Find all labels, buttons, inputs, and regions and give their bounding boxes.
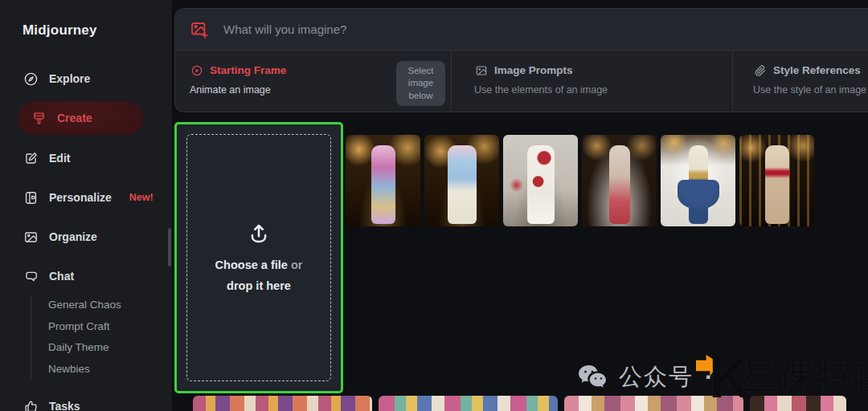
sidebar-item-personalize[interactable]: Personalize New! bbox=[23, 189, 154, 206]
tab-title: Image Prompts bbox=[494, 64, 573, 76]
scrollbar-thumb[interactable] bbox=[168, 228, 171, 267]
chat-channel-daily-theme[interactable]: Daily Theme bbox=[48, 341, 109, 353]
wechat-icon bbox=[577, 364, 609, 391]
wechat-official-account-label: 公众号 bbox=[619, 361, 694, 393]
sidebar-item-chat[interactable]: Chat bbox=[23, 268, 74, 284]
runway-thumbnail-5[interactable] bbox=[661, 135, 735, 226]
sidebar-item-tasks[interactable]: Tasks bbox=[23, 398, 80, 411]
add-image-icon[interactable] bbox=[190, 20, 209, 39]
runway-thumbnail-3[interactable] bbox=[503, 135, 578, 226]
new-badge: New! bbox=[129, 192, 154, 203]
sidebar-item-label: Chat bbox=[49, 270, 74, 283]
brush-icon bbox=[31, 110, 47, 126]
midjourney-app: Midjourney Explore Create Edit Personali… bbox=[0, 0, 868, 411]
sidebar-item-create[interactable]: Create bbox=[18, 101, 143, 135]
chat-channels-rail bbox=[31, 295, 31, 379]
runway-thumbnail-cropped[interactable] bbox=[193, 396, 372, 411]
compass-icon bbox=[23, 71, 39, 87]
watermark-overlay: 公众号 · K 星课特辑 bbox=[577, 350, 868, 411]
chat-channel-general-chaos[interactable]: General Chaos bbox=[48, 299, 121, 311]
edit-icon bbox=[23, 150, 39, 166]
runway-thumbnail-cropped[interactable] bbox=[379, 396, 558, 411]
watermark-text: 星课特辑 bbox=[742, 352, 868, 400]
sidebar-item-label: Tasks bbox=[49, 400, 80, 411]
chat-channel-prompt-craft[interactable]: Prompt Craft bbox=[48, 320, 110, 332]
tool-tabs: Starting Frame Animate an image Select i… bbox=[175, 51, 868, 112]
select-image-below-button[interactable]: Select image below bbox=[396, 61, 445, 106]
runway-thumbnail-6[interactable] bbox=[739, 135, 814, 226]
photo-icon bbox=[23, 229, 39, 245]
personalize-icon bbox=[23, 189, 39, 206]
or-label: or bbox=[288, 258, 303, 271]
image-icon bbox=[474, 63, 488, 77]
sidebar-item-label: Personalize bbox=[49, 191, 112, 204]
model-figure bbox=[689, 145, 708, 224]
upload-icon bbox=[247, 222, 271, 246]
runway-thumbnail-2[interactable] bbox=[424, 135, 499, 226]
model-figure bbox=[371, 145, 395, 224]
sidebar-item-explore[interactable]: Explore bbox=[23, 71, 90, 87]
record-play-icon bbox=[190, 63, 203, 77]
model-figure bbox=[448, 145, 477, 224]
sidebar-item-label: Create bbox=[57, 112, 92, 124]
prompt-input[interactable] bbox=[222, 22, 868, 37]
sidebar-item-label: Edit bbox=[49, 152, 70, 165]
tab-title: Starting Frame bbox=[210, 64, 286, 76]
runway-thumbnail-1[interactable] bbox=[346, 135, 420, 226]
tab-starting-frame[interactable]: Starting Frame Animate an image Select i… bbox=[175, 51, 451, 112]
choose-file-label: Choose a file bbox=[215, 258, 288, 271]
upload-dropzone[interactable]: Choose a file or drop it here bbox=[186, 134, 331, 381]
tab-image-prompts[interactable]: Image Prompts Use the elements of an ima… bbox=[451, 51, 732, 112]
sidebar-item-organize[interactable]: Organize bbox=[23, 229, 97, 245]
model-figure bbox=[609, 145, 630, 224]
upload-dropzone-highlight: Choose a file or drop it here bbox=[174, 122, 343, 393]
chat-icon bbox=[23, 268, 39, 284]
sidebar-item-label: Organize bbox=[49, 230, 97, 243]
prompt-composer: Starting Frame Animate an image Select i… bbox=[174, 8, 868, 112]
model-figure bbox=[527, 145, 555, 224]
tab-title: Style References bbox=[773, 64, 861, 76]
tab-style-references[interactable]: Style References Use the style of an ima… bbox=[732, 51, 868, 112]
sidebar: Midjourney Explore Create Edit Personali… bbox=[0, 0, 173, 411]
paperclip-icon bbox=[753, 63, 767, 77]
tab-subtitle: Use the style of an image bbox=[753, 84, 868, 96]
runway-thumbnail-4[interactable] bbox=[582, 135, 657, 226]
sidebar-item-edit[interactable]: Edit bbox=[23, 150, 70, 166]
app-title: Midjourney bbox=[23, 22, 97, 39]
prompt-bar bbox=[175, 9, 868, 51]
model-figure bbox=[765, 145, 789, 224]
chat-channel-newbies[interactable]: Newbies bbox=[48, 363, 90, 375]
image-thumbnail-row bbox=[346, 135, 814, 226]
sidebar-item-label: Explore bbox=[49, 72, 90, 85]
drop-here-label: drop it here bbox=[227, 279, 291, 292]
tab-subtitle: Use the elements of an image bbox=[474, 84, 732, 96]
thumbs-up-icon bbox=[23, 398, 39, 411]
